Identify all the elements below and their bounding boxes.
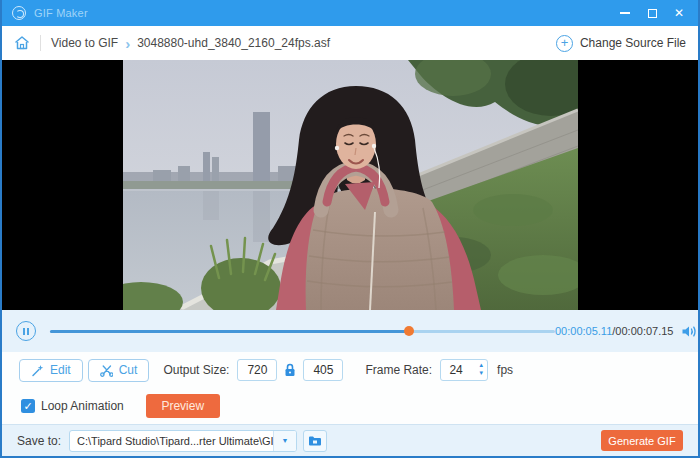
change-source-file-label: Change Source File [580, 36, 686, 50]
loop-animation-checkbox[interactable]: ✓ [21, 399, 35, 413]
change-source-file-button[interactable]: + Change Source File [556, 35, 686, 52]
window-title: GIF Maker [34, 7, 88, 19]
footer-bar: Save to: C:\Tipard Studio\Tipard...rter … [2, 424, 698, 456]
save-to-label: Save to: [17, 434, 61, 448]
save-path-value: C:\Tipard Studio\Tipard...rter Ultimate\… [70, 431, 273, 451]
breadcrumb-current-file: 3048880-uhd_3840_2160_24fps.asf [137, 36, 330, 50]
generate-gif-button[interactable]: Generate GIF [601, 430, 683, 451]
title-bar: GIF Maker ✕ [2, 0, 698, 26]
checkmark-icon: ✓ [23, 401, 32, 412]
minimize-icon [620, 12, 630, 14]
breadcrumb-parent[interactable]: Video to GIF [51, 36, 118, 50]
home-icon [14, 35, 30, 51]
spinner-down-icon[interactable]: ▼ [478, 370, 484, 376]
preview-row: ✓ Loop Animation Preview [2, 388, 698, 424]
pause-button[interactable] [16, 321, 36, 341]
close-button[interactable]: ✕ [670, 4, 688, 22]
loop-animation-label: Loop Animation [41, 399, 124, 413]
output-size-label: Output Size: [163, 363, 229, 377]
time-total: 00:00:07.15 [615, 325, 673, 337]
output-width-input[interactable] [237, 359, 277, 381]
volume-icon [681, 324, 698, 339]
cut-button[interactable]: Cut [88, 359, 150, 382]
spinner-up-icon[interactable]: ▲ [478, 362, 484, 368]
frame-rate-spinners: ▲ ▼ [478, 362, 484, 376]
output-height-input[interactable] [303, 359, 343, 381]
scissors-icon [100, 364, 113, 377]
seek-slider[interactable] [50, 324, 555, 338]
edit-button[interactable]: Edit [19, 359, 83, 382]
player-bar: 00:00:05.11/00:00:07.15 [2, 310, 698, 352]
cut-label: Cut [119, 363, 138, 377]
video-stage [2, 60, 698, 310]
volume-button[interactable] [681, 324, 698, 339]
magic-wand-icon [31, 364, 44, 377]
window-controls: ✕ [616, 4, 688, 22]
close-icon: ✕ [674, 7, 684, 19]
video-frame [123, 60, 578, 310]
minimize-button[interactable] [616, 4, 634, 22]
fps-label: fps [497, 363, 513, 377]
save-path-dropdown[interactable]: C:\Tipard Studio\Tipard...rter Ultimate\… [69, 430, 297, 452]
folder-icon [308, 435, 322, 447]
breadcrumb-divider [40, 35, 41, 51]
edit-label: Edit [50, 363, 71, 377]
app-logo-icon [12, 6, 26, 20]
home-button[interactable] [14, 35, 30, 51]
pause-icon [23, 328, 25, 335]
lock-icon [284, 363, 296, 377]
plus-circle-icon: + [556, 35, 573, 52]
chevron-right-icon: › [125, 36, 130, 51]
breadcrumb-bar: Video to GIF › 3048880-uhd_3840_2160_24f… [2, 26, 698, 60]
time-display: 00:00:05.11/00:00:07.15 [555, 325, 673, 337]
gif-maker-window: GIF Maker ✕ Video to GIF › 3048880-uhd_3… [0, 0, 700, 458]
time-elapsed: 00:00:05.11 [555, 325, 612, 337]
preview-button[interactable]: Preview [146, 394, 220, 418]
frame-rate-stepper: ▲ ▼ [440, 359, 488, 381]
aspect-lock-button[interactable] [284, 363, 296, 377]
progress-fill [50, 330, 409, 333]
dropdown-arrow-icon[interactable]: ▼ [273, 431, 296, 451]
frame-rate-label: Frame Rate: [365, 363, 432, 377]
settings-row: Edit Cut Output Size: Frame Rate: ▲ [2, 352, 698, 388]
progress-thumb[interactable] [404, 326, 414, 336]
maximize-icon [648, 9, 657, 18]
open-folder-button[interactable] [303, 430, 327, 452]
maximize-button[interactable] [643, 4, 661, 22]
